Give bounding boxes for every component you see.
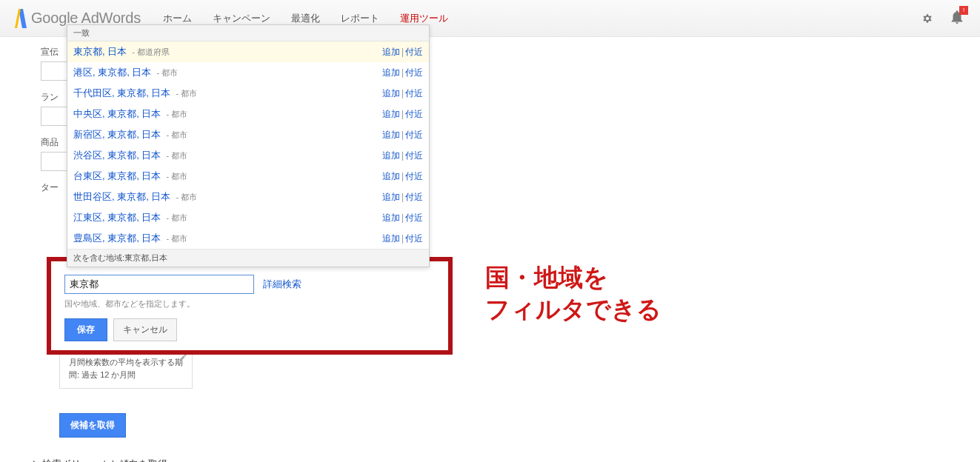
- location-suggestion[interactable]: 港区, 東京都, 日本 - 都市追加|付近: [67, 62, 429, 83]
- adwords-logo-icon: [15, 9, 27, 28]
- location-type: - 都市: [164, 130, 187, 139]
- location-type: - 都市: [164, 110, 187, 118]
- location-name: 東京都, 日本: [73, 46, 127, 57]
- location-actions: 追加|付近: [382, 150, 423, 162]
- nearby-link[interactable]: 付近: [405, 130, 423, 140]
- location-actions: 追加|付近: [382, 232, 423, 245]
- location-type: - 都市: [173, 89, 197, 98]
- location-suggestion[interactable]: 東京都, 日本 - 都道府県追加|付近: [67, 41, 429, 62]
- location-autocomplete: 一致 東京都, 日本 - 都道府県追加|付近港区, 東京都, 日本 - 都市追加…: [67, 24, 430, 267]
- location-name: 豊島区, 東京都, 日本: [73, 232, 161, 244]
- dropdown-list: 東京都, 日本 - 都道府県追加|付近港区, 東京都, 日本 - 都市追加|付近…: [67, 41, 429, 249]
- add-link[interactable]: 追加: [382, 150, 400, 161]
- add-link[interactable]: 追加: [382, 130, 400, 140]
- location-type: - 都市: [164, 213, 187, 222]
- nav-tools[interactable]: 運用ツール: [400, 12, 448, 25]
- add-link[interactable]: 追加: [382, 212, 400, 223]
- location-suggestion[interactable]: 新宿区, 東京都, 日本 - 都市追加|付近: [67, 124, 429, 145]
- nearby-link[interactable]: 付近: [405, 150, 423, 161]
- nav-campaign[interactable]: キャンペーン: [213, 12, 270, 25]
- nearby-link[interactable]: 付近: [405, 109, 423, 119]
- location-name: 港区, 東京都, 日本: [73, 67, 151, 78]
- add-link[interactable]: 追加: [382, 192, 400, 202]
- location-type: - 都道府県: [130, 47, 170, 56]
- add-link[interactable]: 追加: [382, 88, 400, 98]
- bell-badge: !: [959, 6, 968, 15]
- nearby-link[interactable]: 付近: [405, 47, 423, 57]
- dropdown-section-label: 一致: [67, 25, 429, 41]
- location-name: 世田谷区, 東京都, 日本: [73, 191, 170, 202]
- advanced-search-link[interactable]: 詳細検索: [263, 278, 301, 291]
- location-suggestion[interactable]: 千代田区, 東京都, 日本 - 都市追加|付近: [67, 83, 429, 104]
- get-ideas-button[interactable]: 候補を取得: [59, 413, 126, 438]
- add-link[interactable]: 追加: [382, 67, 400, 78]
- main-nav: ホーム キャンペーン 最適化 レポート 運用ツール: [163, 12, 448, 25]
- gear-icon[interactable]: [919, 10, 936, 27]
- nav-home[interactable]: ホーム: [163, 12, 192, 25]
- nearby-link[interactable]: 付近: [405, 171, 423, 181]
- location-suggestion[interactable]: 渋谷区, 東京都, 日本 - 都市追加|付近: [67, 145, 429, 166]
- location-input[interactable]: [64, 275, 254, 294]
- nav-optimize[interactable]: 最適化: [291, 12, 320, 25]
- location-type: - 都市: [164, 172, 187, 181]
- location-actions: 追加|付近: [382, 170, 423, 183]
- save-button[interactable]: 保存: [64, 318, 107, 341]
- location-name: 千代田区, 東京都, 日本: [73, 87, 170, 98]
- location-suggestion[interactable]: 中央区, 東京都, 日本 - 都市追加|付近: [67, 104, 429, 124]
- add-link[interactable]: 追加: [382, 171, 400, 181]
- nearby-link[interactable]: 付近: [405, 67, 423, 78]
- location-actions: 追加|付近: [382, 212, 423, 224]
- add-link[interactable]: 追加: [382, 109, 400, 119]
- location-suggestion[interactable]: 台東区, 東京都, 日本 - 都市追加|付近: [67, 166, 429, 187]
- location-name: 中央区, 東京都, 日本: [73, 108, 161, 119]
- add-link[interactable]: 追加: [382, 233, 400, 244]
- expand-section[interactable]: 検索ボリュームと傾向を取得: [33, 458, 167, 462]
- add-link[interactable]: 追加: [382, 47, 400, 57]
- location-suggestion[interactable]: 豊島区, 東京都, 日本 - 都市追加|付近: [67, 228, 429, 249]
- location-name: 台東区, 東京都, 日本: [73, 170, 161, 181]
- nav-report[interactable]: レポート: [341, 12, 379, 25]
- cancel-button[interactable]: キャンセル: [113, 318, 177, 341]
- location-type: - 都市: [154, 68, 178, 77]
- location-type: - 都市: [173, 192, 197, 201]
- location-filter-box: 詳細検索 国や地域、都市などを指定します。 保存 キャンセル: [47, 257, 453, 355]
- location-type: - 都市: [164, 234, 187, 243]
- location-actions: 追加|付近: [382, 87, 423, 100]
- location-actions: 追加|付近: [382, 67, 423, 79]
- location-suggestion[interactable]: 江東区, 東京都, 日本 - 都市追加|付近: [67, 207, 429, 228]
- location-suggestion[interactable]: 世田谷区, 東京都, 日本 - 都市追加|付近: [67, 187, 429, 207]
- date-range-text: 月間検索数の平均を表示する期間: 過去 12 か月間: [69, 358, 183, 379]
- location-actions: 追加|付近: [382, 108, 423, 121]
- nearby-link[interactable]: 付近: [405, 233, 423, 244]
- expand-label: 検索ボリュームと傾向を取得: [42, 458, 167, 462]
- dropdown-footer: 次を含む地域:東京都,日本: [67, 249, 429, 267]
- nearby-link[interactable]: 付近: [405, 212, 423, 223]
- nearby-link[interactable]: 付近: [405, 192, 423, 202]
- location-help-text: 国や地域、都市などを指定します。: [64, 298, 435, 309]
- location-actions: 追加|付近: [382, 129, 423, 141]
- location-actions: 追加|付近: [382, 46, 423, 58]
- nearby-link[interactable]: 付近: [405, 88, 423, 98]
- location-name: 江東区, 東京都, 日本: [73, 212, 161, 223]
- header-right: !: [919, 9, 965, 28]
- notifications[interactable]: !: [949, 9, 965, 28]
- svg-marker-1: [15, 9, 21, 28]
- location-type: - 都市: [164, 151, 187, 160]
- location-name: 新宿区, 東京都, 日本: [73, 129, 161, 140]
- location-name: 渋谷区, 東京都, 日本: [73, 150, 161, 161]
- location-actions: 追加|付近: [382, 191, 423, 204]
- annotation-text: 国・地域を フィルタできる: [485, 262, 661, 326]
